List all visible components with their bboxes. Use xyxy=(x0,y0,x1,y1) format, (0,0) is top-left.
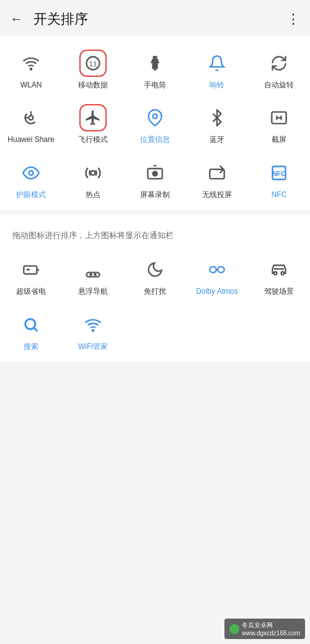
icon-item-ringtone[interactable]: 响铃 xyxy=(186,41,248,95)
icon-item-auto-rotate[interactable]: 自动旋转 xyxy=(248,41,310,95)
mobile-data-icon: 11 xyxy=(79,50,107,77)
airplane-icon xyxy=(79,104,107,131)
dolby-icon xyxy=(203,256,231,283)
svg-point-6 xyxy=(153,115,157,119)
battery-icon xyxy=(17,256,45,283)
icon-item-dnd[interactable]: 免打扰 xyxy=(124,247,186,302)
float-nav-icon xyxy=(79,256,107,283)
icon-label-auto-rotate: 自动旋转 xyxy=(264,81,294,89)
icon-label-dolby: Dolby Atmos xyxy=(196,287,237,296)
icon-item-wireless-project[interactable]: 无线投屏 xyxy=(186,151,248,205)
svg-point-25 xyxy=(94,274,95,275)
icon-label-wireless-project: 无线投屏 xyxy=(202,190,232,199)
watermark: 冬瓜安卓网www.dgxcdz168.com xyxy=(224,619,305,639)
icon-label-driving: 驾驶场景 xyxy=(264,287,294,296)
svg-text:11: 11 xyxy=(89,60,97,68)
icon-label-wlan: WLAN xyxy=(20,81,42,89)
svg-rect-3 xyxy=(153,56,157,59)
icon-item-wifi-manager[interactable]: WiFi管家 xyxy=(62,302,124,357)
icon-label-mobile-data: 移动数据 xyxy=(78,81,108,89)
svg-line-31 xyxy=(34,328,37,331)
svg-point-28 xyxy=(274,272,277,275)
icon-item-location[interactable]: 位置信息 xyxy=(124,95,186,150)
bottom-icon-grid: 超级省电悬浮导航免打扰Dolby Atmos驾驶场景搜索WiFi管家 xyxy=(0,247,310,357)
nfc-icon: NFC xyxy=(265,159,293,187)
icon-label-float-nav: 悬浮导航 xyxy=(78,287,108,296)
page-title: 开关排序 xyxy=(33,10,286,29)
svg-point-11 xyxy=(29,170,33,175)
icon-label-search: 搜索 xyxy=(24,342,38,351)
svg-point-24 xyxy=(90,274,91,275)
svg-point-12 xyxy=(91,170,95,175)
svg-text:NFC: NFC xyxy=(272,169,286,177)
divider-section: 拖动图标进行排序，上方图标将显示在通知栏 超级省电悬浮导航免打扰Dolby At… xyxy=(0,215,310,362)
icon-item-mobile-data[interactable]: 11移动数据 xyxy=(62,41,124,95)
wireless-project-icon xyxy=(203,159,231,187)
icon-item-huawei-share[interactable]: Huawei Share xyxy=(0,95,62,150)
svg-point-29 xyxy=(281,272,285,275)
icon-item-search[interactable]: 搜索 xyxy=(0,302,62,357)
header: ← 开关排序 ⋮ xyxy=(0,0,310,36)
icon-item-screenshot[interactable]: 截屏 xyxy=(248,95,310,150)
icon-item-float-nav[interactable]: 悬浮导航 xyxy=(62,247,124,302)
screenshot-icon xyxy=(265,104,293,131)
bluetooth-icon xyxy=(203,104,231,131)
icon-label-airplane: 飞行模式 xyxy=(78,135,108,144)
search-icon xyxy=(17,311,45,338)
car-icon xyxy=(265,256,293,283)
top-section: WLAN11移动数据手电筒响铃自动旋转Huawei Share飞行模式位置信息蓝… xyxy=(0,36,310,210)
flashlight-icon xyxy=(141,50,169,77)
icon-item-screen-record[interactable]: 屏幕录制 xyxy=(124,151,186,205)
svg-point-0 xyxy=(30,68,32,69)
svg-point-32 xyxy=(92,330,94,331)
watermark-icon xyxy=(229,624,239,634)
svg-point-30 xyxy=(25,319,35,329)
icon-item-dolby[interactable]: Dolby Atmos xyxy=(186,247,248,302)
svg-rect-27 xyxy=(218,267,224,273)
icon-item-hotspot[interactable]: 热点 xyxy=(62,151,124,205)
hotspot-icon xyxy=(79,159,107,187)
divider-text: 拖动图标进行排序，上方图标将显示在通知栏 xyxy=(0,220,310,247)
icon-label-nfc: NFC xyxy=(272,190,287,199)
svg-rect-23 xyxy=(87,273,100,277)
back-button[interactable]: ← xyxy=(10,11,24,27)
svg-rect-19 xyxy=(24,266,37,274)
icon-label-eye-care: 护眼模式 xyxy=(16,190,46,199)
icon-label-ringtone: 响铃 xyxy=(210,81,224,89)
icon-label-flashlight: 手电筒 xyxy=(144,81,166,89)
top-icon-grid: WLAN11移动数据手电筒响铃自动旋转Huawei Share飞行模式位置信息蓝… xyxy=(0,41,310,205)
icon-label-dnd: 免打扰 xyxy=(144,287,166,296)
icon-label-location: 位置信息 xyxy=(140,135,170,144)
svg-rect-26 xyxy=(210,267,216,273)
svg-point-14 xyxy=(153,171,157,175)
icon-item-driving[interactable]: 驾驶场景 xyxy=(248,247,310,302)
icon-label-super-save: 超级省电 xyxy=(16,287,46,296)
icon-item-super-save[interactable]: 超级省电 xyxy=(0,247,62,302)
wifi-icon xyxy=(17,50,45,77)
share-wireless-icon xyxy=(17,104,45,131)
wifi-manager-icon xyxy=(79,311,107,338)
svg-point-5 xyxy=(29,116,33,120)
eye-icon xyxy=(17,159,45,187)
icon-label-screen-record: 屏幕录制 xyxy=(140,190,170,199)
icon-item-nfc[interactable]: NFCNFC xyxy=(248,151,310,205)
rotate-icon xyxy=(265,50,293,77)
location-icon xyxy=(141,104,169,131)
icon-item-airplane[interactable]: 飞行模式 xyxy=(62,95,124,150)
icon-item-wlan[interactable]: WLAN xyxy=(0,41,62,95)
icon-item-flashlight[interactable]: 手电筒 xyxy=(124,41,186,95)
icon-label-huawei-share: Huawei Share xyxy=(7,135,54,144)
bell-icon xyxy=(203,50,231,77)
icon-label-screenshot: 截屏 xyxy=(272,135,286,144)
svg-line-22 xyxy=(28,269,29,270)
icon-item-eye-care[interactable]: 护眼模式 xyxy=(0,151,62,205)
icon-item-bluetooth[interactable]: 蓝牙 xyxy=(186,95,248,150)
watermark-text: 冬瓜安卓网www.dgxcdz168.com xyxy=(242,621,300,637)
screen-record-icon xyxy=(141,159,169,187)
more-button[interactable]: ⋮ xyxy=(286,11,300,27)
icon-label-wifi-manager: WiFi管家 xyxy=(78,342,108,351)
dnd-icon xyxy=(141,256,169,283)
icon-label-hotspot: 热点 xyxy=(86,190,100,199)
svg-rect-4 xyxy=(152,63,157,69)
icon-label-bluetooth: 蓝牙 xyxy=(210,135,224,144)
